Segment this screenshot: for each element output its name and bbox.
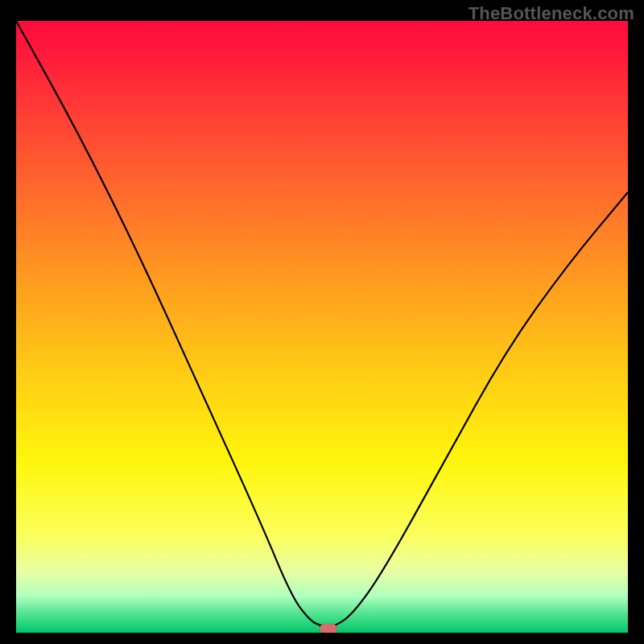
watermark-text: TheBottleneck.com [469,3,634,24]
chart-stage: TheBottleneck.com [0,0,644,644]
optimal-point-marker [320,624,337,633]
bottleneck-curve [16,21,628,633]
bottleneck-curve-path [16,21,628,626]
plot-area [16,21,628,633]
